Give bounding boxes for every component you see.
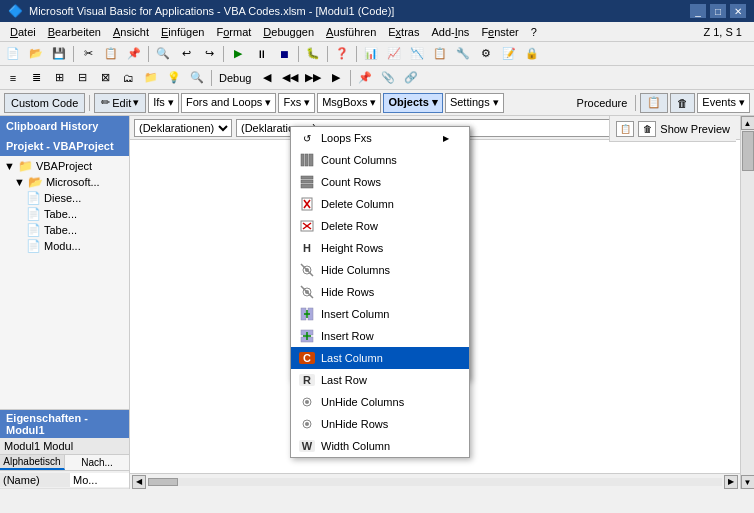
ctx-delete-row[interactable]: Delete Row — [291, 215, 469, 237]
tb2-nav1[interactable]: ◀ — [256, 68, 278, 88]
ctx-unhide-rows[interactable]: UnHide Rows — [291, 413, 469, 435]
tree-item-microsoft[interactable]: ▼ 📂 Microsoft... — [2, 174, 127, 190]
menu-ausfuehren[interactable]: Ausführen — [320, 24, 382, 40]
minimize-button[interactable]: _ — [690, 4, 706, 18]
edit-btn[interactable]: ✏ Edit ▾ — [94, 93, 146, 113]
tb2-nav4[interactable]: ▶ — [325, 68, 347, 88]
tree-modu-label: Modu... — [44, 240, 81, 252]
tb-paste[interactable]: 📌 — [123, 44, 145, 64]
ctx-hide-columns[interactable]: Hide Columns — [291, 259, 469, 281]
fxs-dropdown[interactable]: Fxs ▾ — [278, 93, 315, 113]
menu-bearbeiten[interactable]: Bearbeiten — [42, 24, 107, 40]
objects-dropdown[interactable]: Objects ▾ — [383, 93, 442, 113]
menu-debuggen[interactable]: Debuggen — [257, 24, 320, 40]
menu-help[interactable]: ? — [525, 24, 543, 40]
tb2-9[interactable]: 🔍 — [186, 68, 208, 88]
hscroll-right[interactable]: ▶ — [724, 475, 738, 489]
tb2-8[interactable]: 💡 — [163, 68, 185, 88]
tb2-4[interactable]: ⊟ — [71, 68, 93, 88]
tb-extra2[interactable]: 📈 — [383, 44, 405, 64]
fors-dropdown[interactable]: Fors and Loops ▾ — [181, 93, 277, 113]
tb-extra8[interactable]: 🔒 — [521, 44, 543, 64]
events-dropdown[interactable]: Events ▾ — [697, 93, 750, 113]
props-tab-alpha[interactable]: Alphabetisch — [0, 455, 65, 470]
events-label: Events ▾ — [702, 96, 745, 109]
tb-save[interactable]: 💾 — [48, 44, 70, 64]
menu-format[interactable]: Format — [210, 24, 257, 40]
object-select[interactable]: (Deklarationen) — [134, 119, 232, 137]
tb2-5[interactable]: ⊠ — [94, 68, 116, 88]
tb2-nav3[interactable]: ▶▶ — [302, 68, 324, 88]
menu-ansicht[interactable]: Ansicht — [107, 24, 155, 40]
vscroll-down[interactable]: ▼ — [741, 475, 755, 489]
ctx-count-rows[interactable]: Count Rows — [291, 171, 469, 193]
ctx-last-column[interactable]: C Last Column — [291, 347, 469, 369]
ctx-last-row[interactable]: R Last Row — [291, 369, 469, 391]
tb-extra6[interactable]: ⚙ — [475, 44, 497, 64]
ctx-height-rows[interactable]: H Height Rows — [291, 237, 469, 259]
tree-item-vba[interactable]: ▼ 📁 VBAProject — [2, 158, 127, 174]
hscroll-thumb[interactable] — [148, 478, 178, 486]
tb-redo[interactable]: ↪ — [198, 44, 220, 64]
tb-open[interactable]: 📂 — [25, 44, 47, 64]
ctx-loops-fxs[interactable]: ↺ Loops Fxs ▶ — [291, 127, 469, 149]
menu-fenster[interactable]: Fenster — [475, 24, 524, 40]
tb-run[interactable]: ▶ — [227, 44, 249, 64]
tb-pause[interactable]: ⏸ — [250, 44, 272, 64]
ctx-hide-rows[interactable]: Hide Rows — [291, 281, 469, 303]
hscroll-left[interactable]: ◀ — [132, 475, 146, 489]
tree-item-tabe1[interactable]: 📄 Tabe... — [2, 206, 127, 222]
tb2-nav2[interactable]: ◀◀ — [279, 68, 301, 88]
clipboard-history-header: Clipboard History — [0, 116, 129, 136]
ifs-dropdown[interactable]: Ifs ▾ — [148, 93, 179, 113]
menu-datei[interactable]: Datei — [4, 24, 42, 40]
tree-item-tabe2[interactable]: 📄 Tabe... — [2, 222, 127, 238]
ctx-unhide-columns[interactable]: UnHide Columns — [291, 391, 469, 413]
tb2-extra1[interactable]: 📌 — [354, 68, 376, 88]
ctx-insert-row[interactable]: Insert Row — [291, 325, 469, 347]
menu-extras[interactable]: Extras — [382, 24, 425, 40]
vscroll-thumb[interactable] — [742, 131, 754, 171]
menu-addins[interactable]: Add-Ins — [425, 24, 475, 40]
tree-item-diese[interactable]: 📄 Diese... — [2, 190, 127, 206]
tb-extra5[interactable]: 🔧 — [452, 44, 474, 64]
ctx-count-rows-label: Count Rows — [321, 176, 381, 188]
tb-undo[interactable]: ↩ — [175, 44, 197, 64]
settings-dropdown[interactable]: Settings ▾ — [445, 93, 504, 113]
ctx-width-column[interactable]: W Width Column — [291, 435, 469, 457]
tb2-6[interactable]: 🗂 — [117, 68, 139, 88]
del-proc-btn[interactable]: 🗑 — [638, 121, 656, 137]
tb-find[interactable]: 🔍 — [152, 44, 174, 64]
close-button[interactable]: ✕ — [730, 4, 746, 18]
tree-item-modu[interactable]: 📄 Modu... — [2, 238, 127, 254]
tb2-extra3[interactable]: 🔗 — [400, 68, 422, 88]
ctx-delete-column[interactable]: Delete Column — [291, 193, 469, 215]
vscroll-up[interactable]: ▲ — [741, 116, 755, 130]
ctx-insert-column[interactable]: Insert Column — [291, 303, 469, 325]
tb-extra1[interactable]: 📊 — [360, 44, 382, 64]
tb2-2[interactable]: ≣ — [25, 68, 47, 88]
tb-cut[interactable]: ✂ — [77, 44, 99, 64]
tb-copy[interactable]: 📋 — [100, 44, 122, 64]
tb2-3[interactable]: ⊞ — [48, 68, 70, 88]
delete-icon-btn[interactable]: 🗑 — [670, 93, 695, 113]
tb-stop[interactable]: ⏹ — [273, 44, 295, 64]
tb-extra3[interactable]: 📉 — [406, 44, 428, 64]
tb-extra7[interactable]: 📝 — [498, 44, 520, 64]
tb2-7[interactable]: 📁 — [140, 68, 162, 88]
maximize-button[interactable]: □ — [710, 4, 726, 18]
copy-proc-btn[interactable]: 📋 — [616, 121, 634, 137]
tb-new[interactable]: 📄 — [2, 44, 24, 64]
ctx-count-columns[interactable]: Count Columns — [291, 149, 469, 171]
tb-extra4[interactable]: 📋 — [429, 44, 451, 64]
tb-debug[interactable]: 🐛 — [302, 44, 324, 64]
copy-icon-btn[interactable]: 📋 — [640, 93, 668, 113]
tb-help[interactable]: ❓ — [331, 44, 353, 64]
msgboxs-dropdown[interactable]: MsgBoxs ▾ — [317, 93, 381, 113]
tb2-extra2[interactable]: 📎 — [377, 68, 399, 88]
custom-code-btn[interactable]: Custom Code — [4, 93, 85, 113]
menu-einfuegen[interactable]: Einfügen — [155, 24, 210, 40]
props-tab-nach[interactable]: Nach... — [65, 455, 129, 470]
tb2-1[interactable]: ≡ — [2, 68, 24, 88]
hscroll[interactable]: ◀ ▶ — [130, 473, 740, 489]
